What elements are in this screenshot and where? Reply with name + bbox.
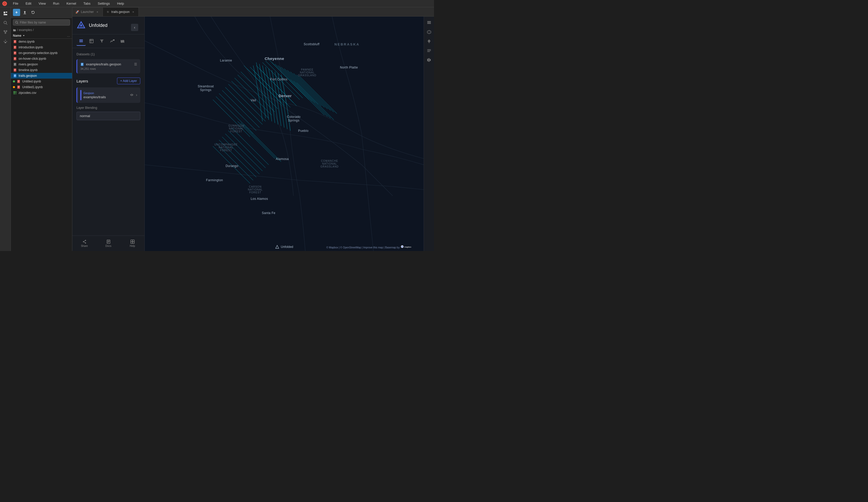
file-header-more[interactable]: … [67, 34, 70, 38]
svg-line-73 [84, 241, 85, 241]
sidebar-icon-files[interactable] [1, 9, 10, 18]
sidebar-icon-extensions[interactable] [1, 37, 10, 46]
file-search-box[interactable] [13, 19, 70, 26]
tab-launcher[interactable]: 🚀 Launcher × [72, 7, 103, 16]
list-item[interactable]: introduction.ipynb [11, 44, 72, 50]
map-area[interactable]: NEBRASKA Scottsbluff Laramie Cheyenne No… [145, 17, 424, 251]
svg-rect-80 [133, 240, 134, 242]
file-list: demo.ipynb introduction.ipynb on-geometr… [11, 39, 72, 251]
map-align-button[interactable] [425, 56, 433, 64]
svg-rect-13 [5, 42, 6, 43]
tab-analysis[interactable] [107, 37, 117, 46]
new-file-button[interactable]: + [13, 9, 20, 16]
list-item[interactable]: on-geometry-selection.ipynb [11, 50, 72, 56]
svg-rect-41 [14, 75, 16, 75]
svg-rect-22 [14, 47, 16, 47]
svg-text:mapbox: mapbox [404, 246, 411, 248]
svg-line-7 [6, 23, 7, 24]
geojson-tab-close[interactable]: × [131, 10, 135, 14]
svg-rect-49 [18, 86, 19, 87]
sidebar-icon-search[interactable] [1, 19, 10, 27]
svg-rect-55 [15, 93, 17, 94]
svg-rect-51 [18, 87, 19, 88]
layer-name: examples/trails [83, 95, 127, 99]
sort-icon[interactable] [22, 34, 25, 37]
menu-run[interactable]: Run [51, 1, 61, 6]
list-item[interactable]: trails.geojson [11, 73, 72, 79]
file-list-header: Name … [11, 33, 72, 39]
layer-expand-button[interactable]: › [136, 93, 137, 98]
add-layer-button[interactable]: + Add Layer [117, 78, 140, 84]
svg-rect-96 [427, 51, 430, 52]
menu-settings[interactable]: Settings [96, 1, 111, 6]
menu-edit[interactable]: Edit [24, 1, 33, 6]
layer-type: Geojson [83, 91, 127, 94]
svg-point-6 [4, 21, 7, 24]
list-item[interactable]: Untitled1.ipynb [11, 84, 72, 90]
tab-table[interactable] [87, 37, 96, 46]
share-icon [82, 239, 87, 244]
tab-layers[interactable] [76, 37, 86, 46]
notebook-icon [13, 40, 17, 44]
layer-item[interactable]: Geojson examples/trails › [76, 87, 140, 103]
share-button[interactable]: Share [72, 238, 96, 249]
svg-rect-38 [14, 70, 16, 70]
list-item[interactable]: rivers.geojson [11, 61, 72, 67]
menubar: File Edit View Run Kernel Tabs Settings … [0, 0, 434, 7]
unfolded-container: Unfolded ‹ [72, 17, 434, 251]
help-button[interactable]: Help [121, 238, 144, 249]
svg-point-87 [402, 247, 403, 247]
unfolded-tabs [72, 34, 144, 48]
map-brand-text: Unfolded [281, 245, 293, 249]
layer-blending-select[interactable]: normal [76, 112, 140, 120]
collapse-panel-button[interactable]: ‹ [131, 24, 138, 31]
tab-filter[interactable] [97, 37, 106, 46]
name-column-header: Name [13, 34, 21, 38]
file-name: Untitled1.ipynb [22, 85, 70, 89]
tab-trails-geojson[interactable]: ◾ trails.geojson × [103, 7, 139, 16]
tab-map-style[interactable] [118, 37, 127, 46]
menu-view[interactable]: View [37, 1, 47, 6]
svg-rect-35 [14, 64, 15, 65]
content-area: 🚀 Launcher × ◾ trails.geojson × [72, 7, 434, 251]
list-item[interactable]: Untitled.ipynb [11, 79, 72, 84]
launcher-tab-close[interactable]: × [95, 10, 100, 14]
map-layers-button[interactable] [425, 19, 433, 27]
dataset-menu-button[interactable]: ☰ [134, 62, 137, 66]
svg-rect-61 [79, 42, 83, 42]
docs-button[interactable]: Docs [96, 238, 121, 249]
file-panel: + [11, 7, 72, 251]
svg-rect-29 [14, 58, 16, 58]
geojson-tab-label: trails.geojson [111, 10, 130, 14]
refresh-button[interactable] [30, 9, 37, 16]
map-list-button[interactable] [425, 47, 433, 55]
new-plus-icon: + [15, 10, 18, 15]
list-item[interactable]: demo.ipynb [11, 39, 72, 44]
svg-rect-26 [14, 53, 16, 53]
upload-button[interactable] [21, 9, 28, 16]
sidebar-icon-git[interactable] [1, 28, 10, 36]
menu-file[interactable]: File [11, 1, 20, 6]
list-item[interactable]: zipcodes.csv [11, 90, 72, 96]
map-3d-button[interactable] [425, 28, 433, 36]
breadcrumb-text: / examples / [17, 28, 34, 32]
svg-rect-94 [427, 49, 431, 50]
layer-visibility-button[interactable] [130, 93, 134, 98]
map-right-sidebar [424, 17, 434, 251]
notebook-icon [13, 45, 17, 49]
dataset-item[interactable]: examples/trails.geojson ☰ 34,251 rows [76, 59, 140, 73]
menu-help[interactable]: Help [115, 1, 125, 6]
menu-kernel[interactable]: Kernel [65, 1, 78, 6]
list-item[interactable]: timeline.ipynb [11, 67, 72, 73]
running-dot-green [13, 80, 15, 82]
svg-point-14 [16, 21, 18, 23]
csv-icon [13, 91, 17, 95]
dataset-name: examples/trails.geojson [86, 62, 132, 66]
search-input[interactable] [20, 21, 68, 24]
menu-tabs[interactable]: Tabs [82, 1, 92, 6]
datasets-section-title: Datasets (1) [76, 52, 140, 56]
svg-point-93 [428, 41, 429, 42]
map-geocode-button[interactable] [425, 37, 433, 46]
list-item[interactable]: on-hover-click.ipynb [11, 56, 72, 61]
svg-rect-89 [427, 22, 431, 23]
